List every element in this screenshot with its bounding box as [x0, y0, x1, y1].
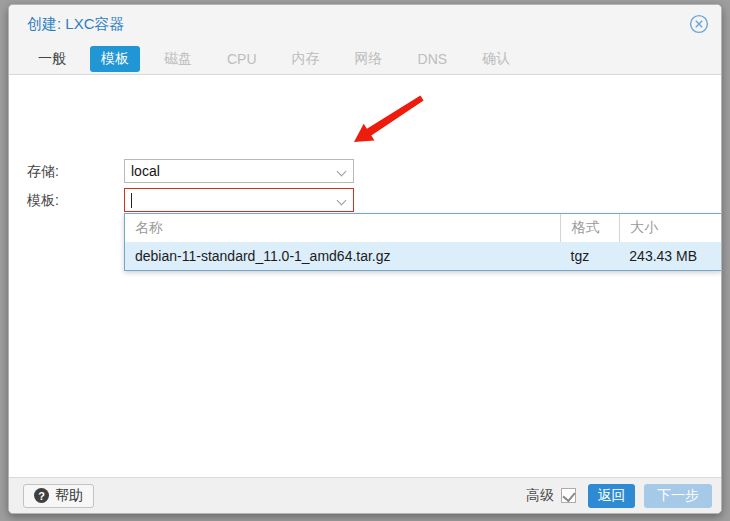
- tab-network: 网络: [344, 46, 394, 72]
- template-dropdown-panel: 名称 格式 大小 debian-11-standard_11.0-1_amd64…: [124, 213, 722, 271]
- text-caret: [131, 193, 132, 208]
- column-header-name[interactable]: 名称: [125, 214, 560, 242]
- dialog-body: 存储: local 模板: 名称 格式 大小 debian-11-standar…: [9, 75, 721, 479]
- tab-cpu: CPU: [216, 47, 268, 71]
- advanced-label: 高级: [526, 487, 554, 505]
- advanced-checkbox[interactable]: [561, 488, 576, 503]
- template-combobox[interactable]: [124, 188, 354, 212]
- wizard-tab-strip: 一般 模板 磁盘 CPU 内存 网络 DNS 确认: [9, 43, 721, 75]
- dialog-titlebar: 创建: LXC容器: [9, 5, 721, 43]
- dialog-footer: ? 帮助 高级 返回 下一步: [9, 477, 721, 513]
- storage-value: local: [131, 163, 160, 179]
- next-button[interactable]: 下一步: [644, 484, 712, 508]
- tab-dns: DNS: [407, 47, 459, 71]
- create-lxc-dialog: 创建: LXC容器 一般 模板 磁盘 CPU 内存 网络 DNS 确认 存储: …: [8, 4, 722, 514]
- column-header-size[interactable]: 大小: [619, 214, 721, 242]
- chevron-down-icon[interactable]: [338, 168, 346, 176]
- tab-memory: 内存: [281, 46, 331, 72]
- tab-general[interactable]: 一般: [27, 46, 77, 72]
- question-icon: ?: [34, 488, 49, 503]
- back-button[interactable]: 返回: [588, 484, 635, 508]
- tab-disks: 磁盘: [153, 46, 203, 72]
- template-format: tgz: [561, 242, 620, 270]
- template-list-item[interactable]: debian-11-standard_11.0-1_amd64.tar.gz t…: [125, 242, 721, 270]
- template-name: debian-11-standard_11.0-1_amd64.tar.gz: [125, 242, 561, 270]
- column-header-format[interactable]: 格式: [560, 214, 619, 242]
- footer-actions: 高级 返回 下一步: [526, 484, 712, 508]
- dialog-title: 创建: LXC容器: [27, 15, 125, 34]
- help-button[interactable]: ? 帮助: [23, 484, 94, 508]
- template-size: 243.43 MB: [619, 242, 721, 270]
- help-button-label: 帮助: [55, 487, 83, 505]
- dropdown-header-row: 名称 格式 大小: [125, 214, 721, 242]
- tab-confirm: 确认: [471, 46, 521, 72]
- storage-combobox[interactable]: local: [124, 159, 354, 183]
- tab-template[interactable]: 模板: [90, 46, 140, 72]
- template-label: 模板:: [27, 188, 59, 212]
- chevron-down-icon[interactable]: [338, 197, 346, 205]
- close-icon[interactable]: [689, 14, 709, 34]
- storage-label: 存储:: [27, 159, 59, 183]
